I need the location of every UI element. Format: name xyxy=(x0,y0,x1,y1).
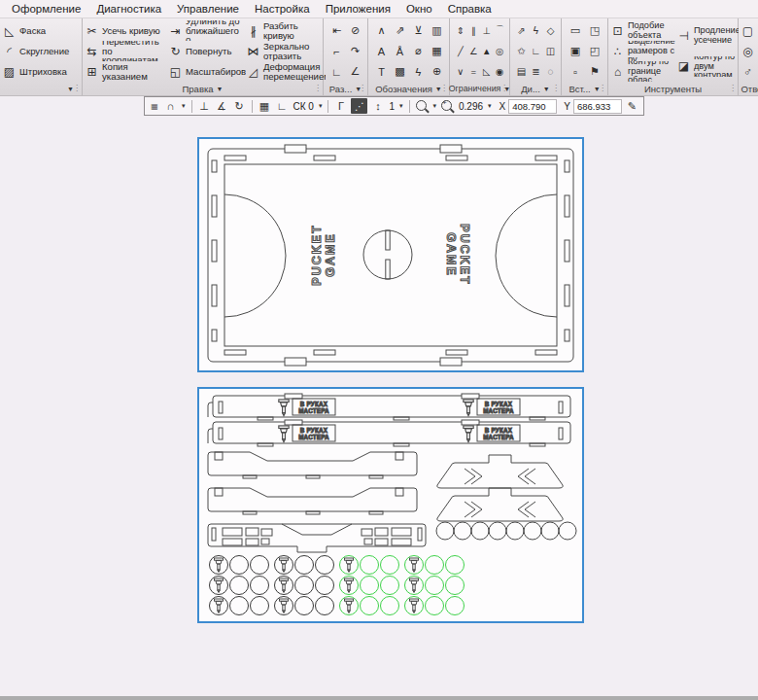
tool-icon[interactable]: ⊥ xyxy=(483,25,491,36)
tool-icon[interactable]: ▲ xyxy=(482,46,491,56)
tool-icon[interactable]: ▤ xyxy=(517,66,526,77)
tool-icon[interactable]: ▥ xyxy=(431,24,441,37)
ribbon-button[interactable]: ✂ Усечь кривую xyxy=(85,20,168,41)
ribbon-button[interactable]: ∦ Разбить кривую xyxy=(246,20,326,41)
grid-icon[interactable]: ▦ xyxy=(258,100,272,113)
board-outline[interactable] xyxy=(208,149,573,362)
tool-icon[interactable]: ◫ xyxy=(546,46,555,56)
ribbon-button[interactable]: ▨ Штриховка xyxy=(2,61,81,82)
ribbon-button[interactable]: ↻ Повернуть xyxy=(168,41,246,61)
tool-icon[interactable]: ✩ xyxy=(517,46,525,56)
zoom-scale-value[interactable]: 0.296 xyxy=(458,101,484,112)
group-dots-icon[interactable]: ⋮ xyxy=(314,82,322,95)
tool-icon[interactable]: ⊻ xyxy=(414,24,422,37)
tool-icon[interactable]: ▣ xyxy=(570,45,580,57)
pen-icon[interactable]: ✎ xyxy=(625,100,639,113)
right-goal-arc[interactable] xyxy=(496,194,557,317)
menu-item[interactable]: Приложения xyxy=(318,1,398,17)
field-outline[interactable] xyxy=(224,164,557,346)
ribbon-button[interactable]: ⊞ Копия указанием xyxy=(85,61,168,82)
chevron-down-icon[interactable]: ▾ xyxy=(487,102,493,110)
chevron-down-icon[interactable]: ▾ xyxy=(432,102,438,110)
tool-icon[interactable]: ϟ xyxy=(416,66,422,78)
menu-item[interactable]: Окно xyxy=(398,1,440,17)
toolbar-handle-icon[interactable]: ▦ xyxy=(149,102,160,111)
group-dots-icon[interactable]: ⋮ xyxy=(599,82,606,95)
tool-icon[interactable]: ▦ xyxy=(431,45,441,57)
x-coordinate-field[interactable]: 408.790 xyxy=(508,99,557,114)
snap-magnet-icon[interactable]: ∩ xyxy=(163,100,178,112)
tool-icon[interactable]: ∠ xyxy=(469,46,478,56)
tool-icon[interactable]: ∧ xyxy=(377,24,385,37)
ribbon-button[interactable]: ⇆ Переместить по координатам xyxy=(85,41,168,61)
tool-icon[interactable]: = xyxy=(470,66,476,77)
ribbon-button[interactable]: ∴ Выделение размеров с ру... xyxy=(610,41,676,61)
ribbon-button[interactable]: ◱ Масштабиров... xyxy=(168,61,246,82)
tool-icon[interactable]: ⇗ xyxy=(396,24,404,37)
tool-icon[interactable]: ╱ xyxy=(458,46,464,56)
drawing-view-parts[interactable]: В РУКАХ МАСТЕРА В РУКАХ МАСТЕРА xyxy=(197,387,584,623)
front-panel-part[interactable] xyxy=(208,524,426,552)
menu-item[interactable]: Настройка xyxy=(247,1,318,17)
tool-icon[interactable]: Å xyxy=(396,46,403,57)
ribbon-button[interactable]: ◜ Скругление xyxy=(2,41,81,61)
ribbon-button[interactable]: ⋈ Зеркально отразить xyxy=(246,41,326,61)
tool-icon[interactable]: ◰ xyxy=(590,45,600,57)
ribbon-button[interactable]: ◪ Контур по двум контурам xyxy=(676,56,739,77)
ribbon-button[interactable]: ⊣ Продление/ усечение xyxy=(676,25,739,46)
tool-icon[interactable]: ∨ xyxy=(457,66,464,77)
tool-icon[interactable]: ∠ xyxy=(351,65,361,78)
left-goal-arc[interactable] xyxy=(224,194,286,317)
menu-item[interactable]: Управление xyxy=(169,1,247,17)
snap-perpendicular-icon[interactable]: ⊥ xyxy=(197,100,212,113)
tool-icon[interactable]: ⌐ xyxy=(333,46,339,57)
tool-icon[interactable]: ⚑ xyxy=(590,65,600,78)
chevron-down-icon[interactable]: ▼ xyxy=(217,86,224,92)
chevron-down-icon[interactable]: ▾ xyxy=(398,102,404,110)
zoom-lens-icon[interactable] xyxy=(416,100,427,111)
group-dots-icon[interactable]: ⋮ xyxy=(359,82,366,95)
tool-icon[interactable]: ▫ xyxy=(573,66,577,78)
group-dots-icon[interactable]: ⋮ xyxy=(552,82,560,95)
snap-angle-icon[interactable]: ∡ xyxy=(215,100,229,113)
tool-icon[interactable]: ⊕ xyxy=(432,65,441,78)
tool-icon[interactable]: ⇗ xyxy=(517,25,525,36)
center-circle[interactable] xyxy=(363,230,412,279)
tool-icon[interactable]: T xyxy=(378,66,385,78)
menu-item[interactable]: Оформление xyxy=(4,1,88,17)
tool-icon[interactable]: ∟ xyxy=(532,46,541,56)
chevron-down-icon[interactable]: ▾ xyxy=(181,102,187,110)
y-coordinate-field[interactable]: 686.933 xyxy=(573,99,622,114)
tool-icon[interactable]: ϟ xyxy=(534,25,538,36)
ribbon-button[interactable]: ◎ Н... xyxy=(741,41,758,61)
ribbon-button[interactable]: ▢ О... xyxy=(741,20,758,41)
ribbon-button[interactable]: ♂ П... xyxy=(741,61,758,82)
chevron-down-icon[interactable]: ▾ xyxy=(318,102,324,110)
tool-icon[interactable]: ⇤ xyxy=(332,24,341,37)
puck-row[interactable] xyxy=(436,522,576,540)
tool-icon[interactable]: ▭ xyxy=(570,24,580,37)
tool-icon[interactable]: ∥ xyxy=(471,25,476,36)
group-dots-icon[interactable]: ⋮ xyxy=(440,82,448,95)
tool-icon[interactable]: ◎ xyxy=(496,46,503,56)
drawing-view-board[interactable]: PUCKET GAME PUCKET GAME xyxy=(197,137,584,372)
ribbon-button[interactable]: ◺ Фаска xyxy=(2,20,81,41)
ribbon-button[interactable]: ◿ Деформация перемещением xyxy=(246,61,326,82)
tool-icon[interactable]: ◇ xyxy=(547,25,555,36)
tool-icon[interactable]: ◉ xyxy=(496,66,503,77)
ortho-corner-icon[interactable]: Γ xyxy=(333,100,348,112)
tool-icon[interactable]: A xyxy=(378,46,385,57)
group-dots-icon[interactable]: ⋮ xyxy=(729,82,737,95)
zoom-scale-icon[interactable] xyxy=(441,100,452,111)
tool-icon[interactable]: ↷ xyxy=(351,45,360,57)
snap-rotate-icon[interactable]: ↻ xyxy=(232,100,247,113)
tool-icon[interactable]: ⌀ xyxy=(415,45,422,57)
coordinate-system-value[interactable]: СК 0 xyxy=(293,101,315,112)
tool-icon[interactable]: ◳ xyxy=(590,24,600,37)
tool-icon[interactable]: ∟ xyxy=(331,66,342,78)
ribbon-button[interactable]: ⇥ Удлинить до ближайшего о... xyxy=(168,20,246,41)
chevron-down-icon[interactable]: ▼ xyxy=(543,86,550,92)
tool-icon[interactable]: ⊘ xyxy=(351,24,360,37)
tool-icon[interactable]: ⌒ xyxy=(496,24,505,37)
tool-icon[interactable]: ≣ xyxy=(532,66,539,77)
